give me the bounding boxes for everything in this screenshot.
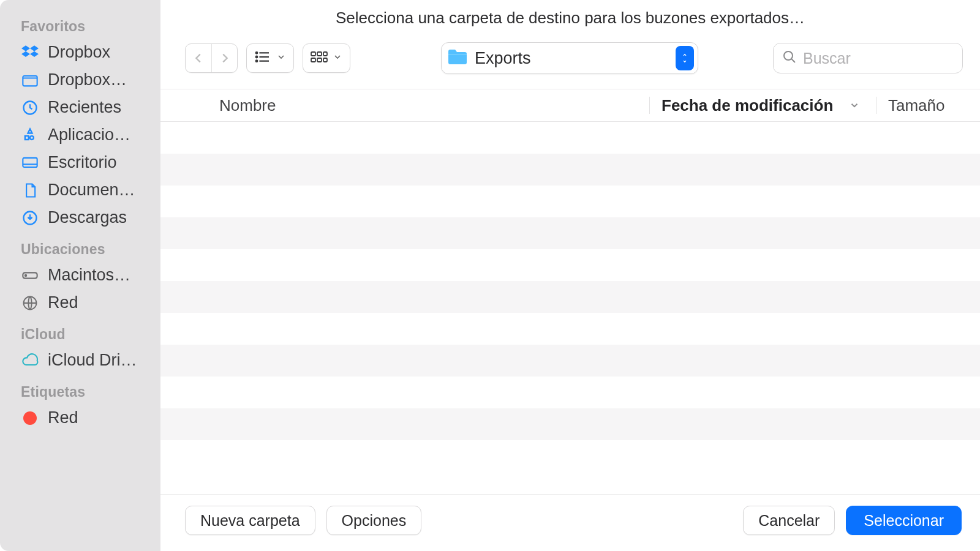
search-input[interactable] <box>803 50 954 67</box>
sidebar-item-label: Descargas <box>48 208 127 227</box>
file-list-area[interactable] <box>160 122 980 494</box>
sidebar-item-desktop[interactable]: Escritorio <box>0 149 160 176</box>
sidebar-section-icloud: iCloud <box>0 317 160 347</box>
sidebar-item-dropbox[interactable]: Dropbox <box>0 39 160 66</box>
sidebar-item-label: iCloud Dri… <box>48 351 137 370</box>
sidebar-item-documents[interactable]: Documen… <box>0 176 160 204</box>
svg-rect-12 <box>323 52 327 56</box>
select-button[interactable]: Seleccionar <box>846 506 962 535</box>
dialog-title: Selecciona una carpeta de destino para l… <box>160 9 980 28</box>
column-label: Nombre <box>219 96 276 115</box>
sidebar-item-tag-red[interactable]: Red <box>0 404 160 432</box>
svg-point-8 <box>256 56 258 58</box>
sidebar-item-icloud-drive[interactable]: iCloud Dri… <box>0 347 160 374</box>
svg-point-16 <box>784 51 793 60</box>
tag-red-icon <box>21 409 39 427</box>
sidebar-item-downloads[interactable]: Descargas <box>0 204 160 231</box>
grid-group-icon <box>311 51 328 66</box>
clock-icon <box>21 99 39 117</box>
nav-back-button[interactable] <box>186 44 211 72</box>
sidebar-item-label: Dropbox… <box>48 70 127 89</box>
folder-popup-stepper-icon <box>676 46 694 70</box>
sidebar-item-label: Red <box>48 293 78 312</box>
column-label: Tamaño <box>888 96 945 115</box>
sidebar-item-recents[interactable]: Recientes <box>0 94 160 121</box>
svg-rect-11 <box>317 52 322 56</box>
hdd-icon <box>21 266 39 285</box>
sidebar-section-favorites: Favoritos <box>0 11 160 39</box>
cancel-button[interactable]: Cancelar <box>743 506 835 535</box>
svg-rect-13 <box>311 58 315 62</box>
doc-icon <box>21 181 39 200</box>
desktop-icon <box>21 154 39 172</box>
svg-rect-14 <box>317 58 322 62</box>
column-header-name[interactable]: Nombre <box>160 89 649 121</box>
nav-forward-button[interactable] <box>211 44 237 72</box>
toolbar: Exports <box>160 31 980 89</box>
sidebar-item-macintosh-hd[interactable]: Macintos… <box>0 261 160 289</box>
chevron-down-icon <box>276 52 286 64</box>
sort-chevron-icon <box>849 96 860 115</box>
sidebar-item-label: Escritorio <box>48 153 117 172</box>
column-label: Fecha de modificación <box>662 96 833 115</box>
search-field[interactable] <box>773 43 963 73</box>
svg-rect-2 <box>23 157 37 167</box>
svg-rect-0 <box>23 76 37 86</box>
current-folder-name: Exports <box>475 49 531 68</box>
sidebar: Favoritos Dropbox Dropbox… Recientes Apl… <box>0 0 160 551</box>
options-button[interactable]: Opciones <box>326 506 422 535</box>
svg-rect-10 <box>311 52 315 56</box>
dialog-footer: Nueva carpeta Opciones Cancelar Seleccio… <box>160 494 980 551</box>
column-headers: Nombre Fecha de modificación Tamaño <box>160 89 980 122</box>
sidebar-item-label: Recientes <box>48 98 121 117</box>
folder-icon <box>21 71 39 89</box>
view-mode-button[interactable] <box>246 43 294 73</box>
chevron-down-icon <box>333 52 342 64</box>
sidebar-item-label: Dropbox <box>48 43 110 62</box>
column-header-size[interactable]: Tamaño <box>876 89 980 121</box>
sidebar-item-applications[interactable]: Aplicacio… <box>0 121 160 149</box>
nav-back-forward <box>185 43 238 73</box>
sidebar-item-dropbox-folder[interactable]: Dropbox… <box>0 66 160 94</box>
svg-point-5 <box>25 274 26 276</box>
search-icon <box>782 50 797 67</box>
new-folder-button[interactable]: Nueva carpeta <box>185 506 315 535</box>
apps-icon <box>21 126 39 144</box>
sidebar-section-locations: Ubicaciones <box>0 231 160 261</box>
svg-point-7 <box>256 52 258 54</box>
dialog-title-bar: Selecciona una carpeta de destino para l… <box>160 0 980 31</box>
folder-icon <box>447 48 475 69</box>
current-folder-popup[interactable]: Exports <box>441 42 698 74</box>
sidebar-item-label: Macintos… <box>48 266 130 285</box>
sidebar-section-tags: Etiquetas <box>0 374 160 404</box>
sidebar-item-label: Red <box>48 408 78 427</box>
dropbox-icon <box>21 43 39 62</box>
group-by-button[interactable] <box>303 43 350 73</box>
main-panel: Selecciona una carpeta de destino para l… <box>160 0 980 551</box>
column-header-modified[interactable]: Fecha de modificación <box>649 89 876 121</box>
svg-point-9 <box>256 60 258 62</box>
svg-rect-15 <box>323 58 327 62</box>
download-icon <box>21 209 39 227</box>
globe-icon <box>21 294 39 312</box>
sidebar-item-label: Aplicacio… <box>48 126 130 144</box>
sidebar-item-label: Documen… <box>48 181 135 200</box>
cloud-icon <box>21 351 39 370</box>
sidebar-item-network[interactable]: Red <box>0 289 160 317</box>
list-view-icon <box>254 51 271 66</box>
